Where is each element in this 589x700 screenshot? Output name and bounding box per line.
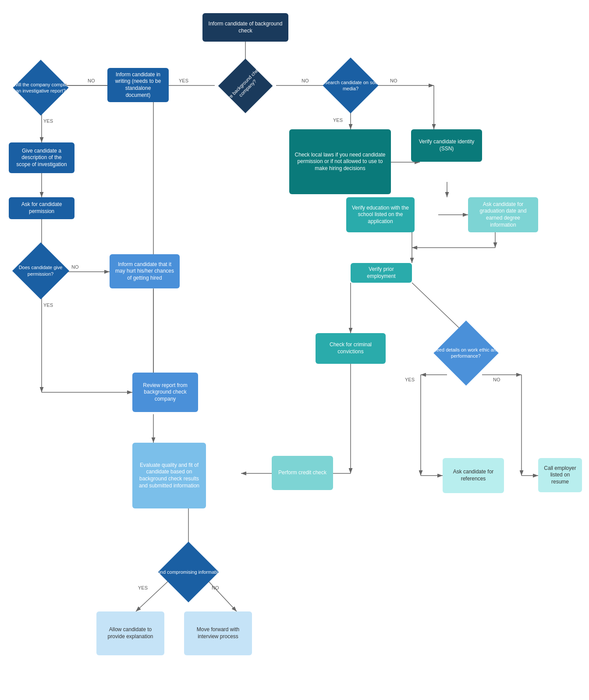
node-inform-candidate: Inform candidate of background check bbox=[202, 13, 288, 42]
node-review-report: Review report from background check comp… bbox=[132, 373, 198, 412]
svg-text:NO: NO bbox=[88, 78, 95, 83]
node-inform-writing: Inform candidate in writing (needs to be… bbox=[107, 68, 169, 102]
svg-text:YES: YES bbox=[43, 302, 53, 308]
node-verify-education: Verify education with the school listed … bbox=[346, 197, 415, 232]
flowchart-container: YES NO YES NO NO YES YES NO bbox=[0, 0, 589, 700]
svg-text:NO: NO bbox=[493, 377, 500, 382]
node-hire-bg-company: Hire background check company? bbox=[207, 67, 284, 105]
svg-text:NO: NO bbox=[390, 78, 397, 83]
node-will-compile: Will the company compile an investigativ… bbox=[4, 68, 77, 107]
node-verify-employment: Verify prior employment bbox=[351, 263, 412, 283]
node-found-compromising: Found compromising information? bbox=[145, 550, 232, 594]
svg-text:YES: YES bbox=[179, 78, 188, 83]
node-evaluate-quality: Evaluate quality and fit of candidate ba… bbox=[132, 443, 206, 508]
node-check-local-laws: Check local laws if you need candidate p… bbox=[289, 129, 391, 194]
svg-text:YES: YES bbox=[333, 117, 343, 123]
node-research-social: Research candidate on social media? bbox=[311, 66, 390, 105]
node-ask-graduation: Ask candidate for graduation date and ea… bbox=[468, 197, 538, 232]
node-call-employer: Call employer listed on resume bbox=[538, 458, 582, 492]
svg-text:YES: YES bbox=[43, 118, 53, 124]
node-check-criminal: Check for criminal convictions bbox=[316, 333, 386, 364]
svg-line-30 bbox=[412, 283, 465, 333]
svg-text:NO: NO bbox=[302, 78, 309, 83]
node-need-details: Need details on work ethic and performan… bbox=[424, 329, 507, 377]
node-give-description: Give candidate a description of the scop… bbox=[9, 142, 75, 173]
node-allow-explanation: Allow candidate to provide explanation bbox=[96, 611, 164, 655]
node-inform-hurt-chances: Inform candidate that it may hurt his/he… bbox=[110, 254, 180, 288]
node-verify-identity: Verify candidate identity (SSN) bbox=[411, 129, 482, 162]
svg-text:YES: YES bbox=[405, 377, 415, 382]
node-ask-permission: Ask for candidate permission bbox=[9, 197, 75, 219]
node-does-give-permission: Does candidate give permission? bbox=[2, 250, 79, 291]
node-perform-credit: Perform credit check bbox=[272, 456, 333, 490]
node-ask-references: Ask candidate for references bbox=[443, 458, 504, 493]
node-move-forward: Move forward with interview process bbox=[184, 611, 252, 655]
